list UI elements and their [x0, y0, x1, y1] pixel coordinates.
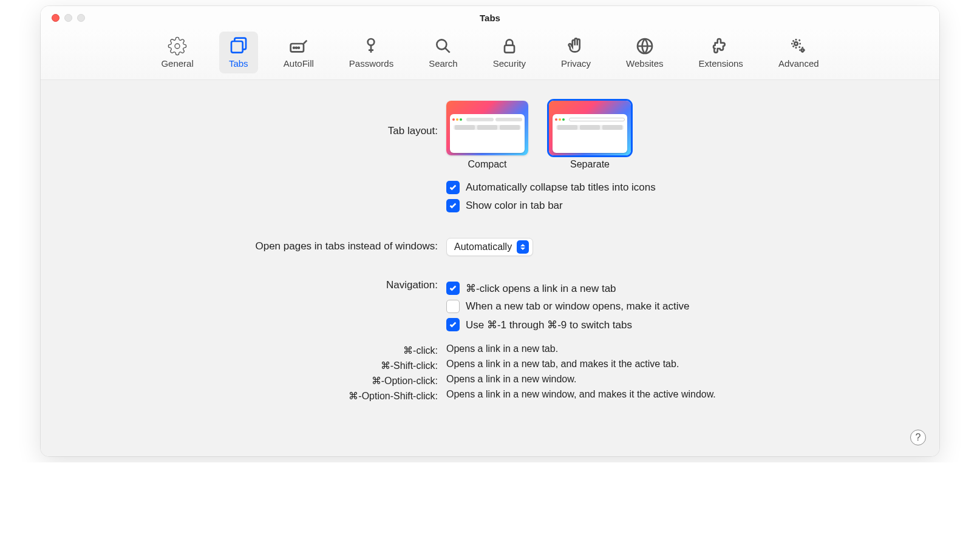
hint-desc: Opens a link in a new window, and makes …: [446, 389, 915, 400]
toolbar-privacy[interactable]: Privacy: [551, 32, 601, 73]
autofill-icon: [289, 36, 308, 56]
svg-point-7: [437, 39, 446, 49]
svg-point-10: [795, 42, 798, 45]
checkbox-cmd-click-new-tab[interactable]: ⌘-click opens a link in a new tab: [446, 282, 915, 295]
preferences-toolbar: General Tabs AutoFill Passwords Search S…: [41, 29, 939, 80]
toolbar-passwords[interactable]: Passwords: [339, 32, 403, 73]
gears-icon: [789, 36, 808, 56]
checkbox-icon: [446, 199, 460, 212]
toolbar-extensions[interactable]: Extensions: [689, 32, 753, 73]
hint-key: ⌘-Option-click:: [65, 374, 446, 387]
titlebar: Tabs: [41, 6, 939, 29]
toolbar-label: Advanced: [778, 58, 819, 69]
thumb-label: Compact: [468, 159, 506, 170]
checkbox-icon: [446, 282, 460, 295]
hint-desc: Opens a link in a new window.: [446, 374, 915, 385]
checkbox-show-color[interactable]: Show color in tab bar: [446, 199, 915, 212]
checkbox-label: Automatically collapse tab titles into i…: [466, 181, 656, 194]
help-button[interactable]: ?: [910, 430, 926, 445]
checkbox-label: Show color in tab bar: [466, 200, 563, 212]
toolbar-security[interactable]: Security: [483, 32, 536, 73]
toolbar-label: Extensions: [699, 58, 743, 69]
toolbar-label: Tabs: [229, 58, 248, 69]
svg-point-5: [298, 47, 299, 49]
globe-icon: [635, 36, 655, 56]
checkbox-icon: [446, 318, 460, 331]
hint-desc: Opens a link in a new tab.: [446, 343, 915, 354]
hint-key: ⌘-click:: [65, 343, 446, 356]
puzzle-icon: [711, 36, 730, 56]
toolbar-label: Privacy: [561, 58, 591, 69]
checkbox-icon: [446, 300, 460, 313]
toolbar-label: Passwords: [349, 58, 393, 69]
preferences-window: Tabs General Tabs AutoFill Passwords Sea…: [41, 6, 939, 456]
checkbox-collapse-titles[interactable]: Automatically collapse tab titles into i…: [446, 181, 915, 194]
window-title: Tabs: [41, 13, 939, 23]
hand-icon: [566, 36, 585, 56]
key-icon: [361, 36, 381, 56]
lock-icon: [500, 36, 519, 56]
shortcut-hints: ⌘-click: Opens a link in a new tab. ⌘-Sh…: [65, 343, 915, 402]
gear-icon: [168, 36, 187, 56]
svg-rect-8: [505, 46, 514, 53]
toolbar-label: Security: [493, 58, 526, 69]
thumb-label: Separate: [570, 159, 610, 170]
toolbar-label: Websites: [626, 58, 663, 69]
checkbox-label: When a new tab or window opens, make it …: [466, 300, 690, 313]
hint-key: ⌘-Option-Shift-click:: [65, 389, 446, 402]
toolbar-label: General: [161, 58, 193, 69]
svg-point-11: [801, 49, 804, 52]
checkbox-icon: [446, 181, 460, 194]
hint-key: ⌘-Shift-click:: [65, 359, 446, 371]
svg-point-3: [293, 47, 294, 49]
select-value: Automatically: [454, 242, 512, 252]
svg-point-0: [175, 44, 180, 49]
toolbar-websites[interactable]: Websites: [616, 32, 673, 73]
search-icon: [434, 36, 453, 56]
chevron-updown-icon: [517, 240, 529, 254]
svg-rect-1: [231, 41, 243, 53]
tab-layout-label: Tab layout:: [65, 101, 446, 137]
toolbar-label: AutoFill: [284, 58, 314, 69]
checkbox-label: ⌘-click opens a link in a new tab: [466, 282, 616, 295]
svg-point-6: [368, 39, 375, 46]
checkbox-cmd-number-switch[interactable]: Use ⌘-1 through ⌘-9 to switch tabs: [446, 318, 915, 331]
open-pages-select[interactable]: Automatically: [446, 238, 533, 256]
navigation-label: Navigation:: [65, 277, 446, 291]
checkbox-new-tab-active[interactable]: When a new tab or window opens, make it …: [446, 300, 915, 313]
tabs-icon: [229, 36, 248, 56]
open-pages-label: Open pages in tabs instead of windows:: [65, 238, 446, 252]
content-area: Tab layout: Compact: [41, 80, 939, 456]
toolbar-tabs[interactable]: Tabs: [219, 32, 258, 73]
toolbar-label: Search: [429, 58, 458, 69]
tab-layout-separate[interactable]: Separate: [549, 101, 631, 170]
toolbar-advanced[interactable]: Advanced: [769, 32, 829, 73]
checkbox-label: Use ⌘-1 through ⌘-9 to switch tabs: [466, 319, 632, 331]
tab-layout-compact[interactable]: Compact: [446, 101, 528, 170]
toolbar-general[interactable]: General: [151, 32, 203, 73]
svg-point-4: [296, 47, 297, 49]
toolbar-autofill[interactable]: AutoFill: [274, 32, 324, 73]
toolbar-search[interactable]: Search: [419, 32, 468, 73]
hint-desc: Opens a link in a new tab, and makes it …: [446, 359, 915, 370]
